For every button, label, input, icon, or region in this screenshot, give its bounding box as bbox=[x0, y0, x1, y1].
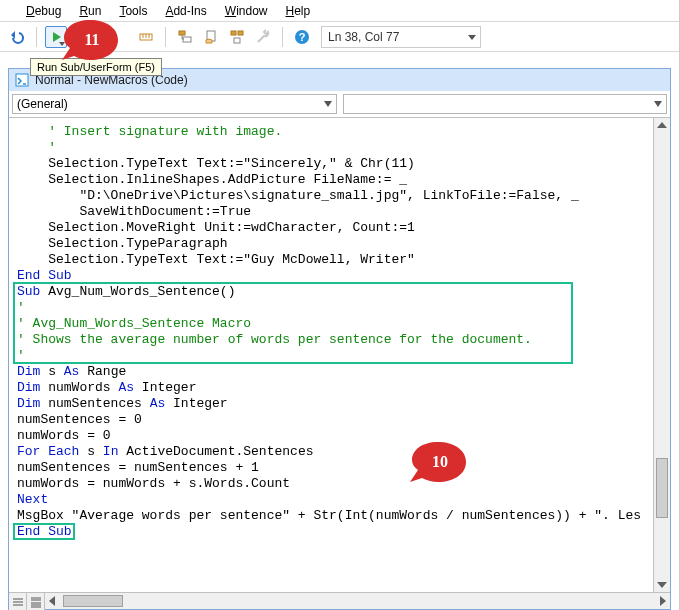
object-browser-button[interactable] bbox=[226, 26, 248, 48]
vertical-scroll-thumb[interactable] bbox=[656, 458, 668, 518]
step-10-annotation: 10 bbox=[410, 442, 466, 482]
procedure-combo[interactable] bbox=[343, 94, 668, 114]
step-11-annotation: 11 bbox=[62, 20, 118, 60]
svg-rect-11 bbox=[234, 38, 240, 43]
hand-doc-icon bbox=[203, 29, 219, 45]
undo-button[interactable] bbox=[6, 26, 28, 48]
menu-bar: Debug Run Tools Add-Ins Window Help bbox=[0, 0, 679, 22]
properties-button[interactable] bbox=[200, 26, 222, 48]
menu-debug[interactable]: Debug bbox=[18, 2, 69, 20]
menu-window[interactable]: Window bbox=[217, 2, 276, 20]
menu-help[interactable]: Help bbox=[277, 2, 318, 20]
menu-run[interactable]: Run bbox=[71, 2, 109, 20]
object-combo[interactable]: (General) bbox=[12, 94, 337, 114]
help-icon: ? bbox=[294, 29, 310, 45]
cursor-position-box[interactable]: Ln 38, Col 77 bbox=[321, 26, 481, 48]
code-module-icon bbox=[15, 73, 29, 87]
vba-editor-window: Debug Run Tools Add-Ins Window Help bbox=[0, 0, 680, 610]
full-view-icon bbox=[30, 596, 42, 608]
svg-text:10: 10 bbox=[432, 453, 448, 470]
vertical-scrollbar[interactable] bbox=[653, 118, 670, 592]
svg-text:?: ? bbox=[299, 31, 306, 43]
design-mode-button[interactable] bbox=[135, 26, 157, 48]
code-editor[interactable]: ' Insert signature with image. ' Selecti… bbox=[9, 118, 670, 580]
full-module-view-button[interactable] bbox=[27, 593, 45, 610]
svg-rect-9 bbox=[231, 31, 236, 35]
menu-addins[interactable]: Add-Ins bbox=[157, 2, 214, 20]
folder-tree-icon bbox=[177, 29, 193, 45]
ruler-icon bbox=[138, 29, 154, 45]
play-icon bbox=[53, 32, 61, 42]
svg-rect-10 bbox=[238, 31, 243, 35]
box-tree-icon bbox=[229, 29, 245, 45]
undo-icon bbox=[9, 29, 25, 45]
code-window: Normal - NewMacros (Code) (General) ' In… bbox=[8, 68, 671, 610]
cursor-position-text: Ln 38, Col 77 bbox=[328, 30, 399, 44]
svg-rect-5 bbox=[183, 37, 191, 42]
svg-rect-15 bbox=[16, 74, 28, 86]
toolbar-separator bbox=[282, 27, 283, 47]
horizontal-scrollbar[interactable] bbox=[45, 593, 670, 609]
svg-text:11: 11 bbox=[84, 31, 99, 48]
svg-rect-4 bbox=[179, 31, 185, 35]
wrench-icon bbox=[255, 29, 271, 45]
toolbar-separator bbox=[36, 27, 37, 47]
run-tooltip: Run Sub/UserForm (F5) bbox=[30, 58, 162, 76]
project-explorer-button[interactable] bbox=[174, 26, 196, 48]
horizontal-scroll-thumb[interactable] bbox=[63, 595, 123, 607]
procedure-view-button[interactable] bbox=[9, 593, 27, 610]
help-button[interactable]: ? bbox=[291, 26, 313, 48]
toolbox-button[interactable] bbox=[252, 26, 274, 48]
toolbar-separator bbox=[165, 27, 166, 47]
menu-tools[interactable]: Tools bbox=[111, 2, 155, 20]
single-view-icon bbox=[12, 596, 24, 608]
